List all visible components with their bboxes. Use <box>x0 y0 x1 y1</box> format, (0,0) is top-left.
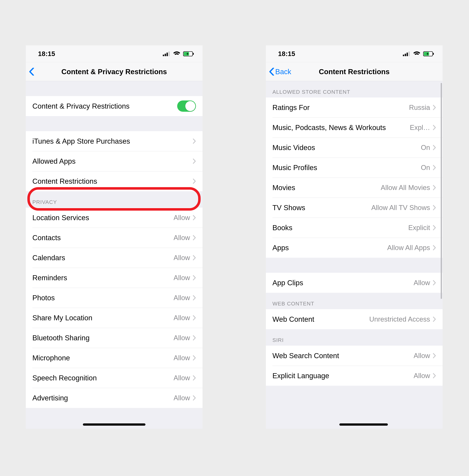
chevron-right-icon <box>193 235 196 240</box>
chevron-right-icon <box>433 373 436 378</box>
cellular-icon <box>163 51 170 56</box>
photos-row[interactable]: PhotosAllow <box>26 288 203 308</box>
section-header-siri: Siri <box>266 329 443 346</box>
row-label: Web Content <box>273 315 314 323</box>
phone-right: 18:15 Back Content Restrictions Allowed … <box>266 45 443 429</box>
scrollbar-thumb[interactable] <box>441 83 442 299</box>
row-label: Explicit Language <box>273 372 329 380</box>
row-label: TV Shows <box>273 204 305 212</box>
content-restrictions-row[interactable]: Content Restrictions <box>26 171 203 191</box>
svg-rect-5 <box>184 52 189 56</box>
music-podcasts-news-workouts-row[interactable]: Music, Podcasts, News & WorkoutsExpl… <box>266 118 443 137</box>
chevron-right-icon <box>193 295 196 300</box>
reminders-row[interactable]: RemindersAllow <box>26 268 203 288</box>
svg-rect-0 <box>163 55 164 56</box>
chevron-right-icon <box>433 353 436 358</box>
row-label: Music Videos <box>273 143 315 152</box>
chevron-right-icon <box>433 125 436 130</box>
row-value: Allow All Movies <box>381 184 433 191</box>
books-row[interactable]: BooksExplicit <box>266 218 443 238</box>
chevron-left-icon <box>29 68 34 76</box>
row-value: On <box>421 164 433 171</box>
allowed-apps-row[interactable]: Allowed Apps <box>26 151 203 171</box>
row-label: Ratings For <box>273 103 310 112</box>
contacts-row[interactable]: ContactsAllow <box>26 228 203 248</box>
status-time: 18:15 <box>278 50 295 58</box>
toggle-switch[interactable] <box>177 101 196 112</box>
chevron-right-icon <box>433 165 436 170</box>
row-value: Allow <box>174 334 193 342</box>
section-header-privacy: Privacy <box>26 191 203 208</box>
chevron-right-icon <box>193 179 196 184</box>
web-content-row[interactable]: Web Content Unrestricted Access <box>266 309 443 329</box>
content-area: Content & Privacy Restrictions iTunes & … <box>26 81 203 429</box>
app-clips-row[interactable]: App Clips Allow <box>266 273 443 293</box>
row-value: Allow <box>174 274 193 282</box>
microphone-row[interactable]: MicrophoneAllow <box>26 348 203 368</box>
advertising-row[interactable]: AdvertisingAllow <box>26 388 203 408</box>
web-search-content-row[interactable]: Web Search ContentAllow <box>266 346 443 366</box>
explicit-language-row[interactable]: Explicit LanguageAllow <box>266 366 443 386</box>
page-title: Content Restrictions <box>266 68 443 76</box>
row-label: Web Search Content <box>273 351 339 360</box>
wifi-icon <box>413 51 420 56</box>
ratings-for-row[interactable]: Ratings ForRussia <box>266 98 443 118</box>
row-value: Russia <box>409 103 433 111</box>
row-label: Advertising <box>32 394 68 402</box>
cellular-icon <box>403 51 410 56</box>
row-label: Share My Location <box>32 314 92 322</box>
chevron-left-icon <box>269 68 274 76</box>
toggle-label: Content & Privacy Restrictions <box>32 102 129 110</box>
chevron-right-icon <box>433 185 436 190</box>
back-button[interactable]: Back <box>269 68 291 76</box>
row-value: Allow <box>174 394 193 402</box>
row-value: Allow <box>174 214 193 221</box>
row-value: Allow All TV Shows <box>371 204 433 212</box>
back-label: Back <box>275 68 291 76</box>
calendars-row[interactable]: CalendarsAllow <box>26 248 203 268</box>
row-label: Apps <box>273 243 289 252</box>
status-icons <box>403 51 434 56</box>
row-label: Contacts <box>32 234 61 242</box>
nav-bar: Back Content Restrictions <box>266 62 443 81</box>
row-label: Movies <box>273 183 295 192</box>
row-value: Allow <box>174 354 193 362</box>
row-label: Location Services <box>32 213 89 222</box>
row-value: Unrestricted Access <box>369 315 433 323</box>
row-value: Allow <box>174 254 193 262</box>
home-indicator <box>83 424 146 425</box>
location-services-row[interactable]: Location ServicesAllow <box>26 208 203 228</box>
speech-recognition-row[interactable]: Speech RecognitionAllow <box>26 368 203 388</box>
chevron-right-icon <box>193 355 196 360</box>
back-button[interactable] <box>29 68 34 76</box>
svg-rect-9 <box>407 52 408 56</box>
svg-rect-1 <box>165 54 166 56</box>
status-icons <box>163 51 194 56</box>
tv-shows-row[interactable]: TV ShowsAllow All TV Shows <box>266 198 443 218</box>
apps-row[interactable]: AppsAllow All Apps <box>266 238 443 258</box>
row-label: Reminders <box>32 273 67 282</box>
share-my-location-row[interactable]: Share My LocationAllow <box>26 308 203 328</box>
movies-row[interactable]: MoviesAllow All Movies <box>266 178 443 198</box>
section-header-web: Web Content <box>266 293 443 309</box>
music-profiles-row[interactable]: Music ProfilesOn <box>266 158 443 178</box>
svg-rect-13 <box>433 53 434 55</box>
chevron-right-icon <box>433 317 436 322</box>
row-label: Photos <box>32 293 55 302</box>
chevron-right-icon <box>193 335 196 340</box>
row-label: iTunes & App Store Purchases <box>32 137 130 145</box>
chevron-right-icon <box>433 105 436 110</box>
chevron-right-icon <box>193 315 196 321</box>
wifi-icon <box>173 51 180 56</box>
bluetooth-sharing-row[interactable]: Bluetooth SharingAllow <box>26 328 203 348</box>
svg-rect-2 <box>167 52 168 56</box>
music-videos-row[interactable]: Music VideosOn <box>266 137 443 158</box>
chevron-right-icon <box>193 158 196 164</box>
nav-bar: Content & Privacy Restrictions <box>26 62 203 81</box>
itunes-app-store-purchases-row[interactable]: iTunes & App Store Purchases <box>26 131 203 151</box>
status-bar: 18:15 <box>266 45 443 62</box>
chevron-right-icon <box>433 245 436 250</box>
page-title: Content & Privacy Restrictions <box>26 68 203 76</box>
content-privacy-restrictions-toggle-row[interactable]: Content & Privacy Restrictions <box>26 96 203 116</box>
content-area: Allowed Store Content Ratings ForRussiaM… <box>266 81 443 429</box>
